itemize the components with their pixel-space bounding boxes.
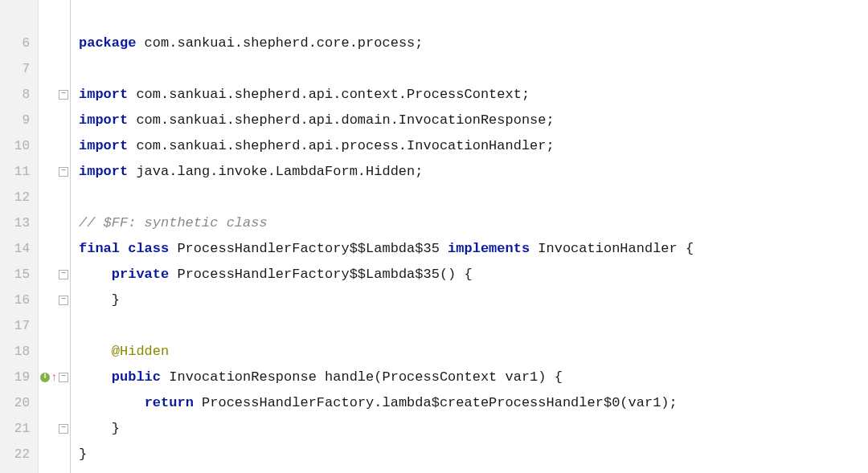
- line-number: 21: [0, 416, 38, 442]
- code-line[interactable]: package com.sankuai.shepherd.core.proces…: [79, 31, 868, 56]
- code-token: import: [79, 138, 128, 153]
- line-number: 14: [0, 236, 38, 262]
- code-token: }: [112, 421, 120, 436]
- line-number: 16: [0, 287, 38, 313]
- gutter-marker-row: [39, 339, 70, 365]
- line-number: 8: [0, 82, 38, 108]
- line-number-gutter: 67891011121314151617181920212223: [0, 0, 39, 473]
- line-number: 6: [0, 31, 38, 56]
- marker-gutter: ↑: [39, 0, 71, 473]
- gutter-marker-row: [39, 416, 70, 442]
- line-number: 19: [0, 365, 38, 390]
- line-number: 7: [0, 56, 38, 82]
- code-token: com.sankuai.shepherd.api.domain.Invocati…: [128, 112, 555, 128]
- fold-toggle-icon[interactable]: [59, 296, 68, 305]
- code-line[interactable]: import com.sankuai.shepherd.api.process.…: [79, 133, 868, 159]
- code-line[interactable]: [79, 313, 868, 339]
- code-line[interactable]: private ProcessHandlerFactory$$Lambda$35…: [79, 262, 868, 287]
- code-line[interactable]: }: [79, 442, 868, 467]
- code-token: import: [79, 164, 128, 179]
- code-token: import: [79, 87, 128, 102]
- gutter-marker-row: [39, 442, 70, 467]
- line-number: 23: [0, 467, 38, 473]
- gutter-marker-row: [39, 185, 70, 210]
- line-number: 17: [0, 313, 38, 339]
- override-up-arrow-icon[interactable]: ↑: [51, 373, 57, 382]
- line-number: 18: [0, 339, 38, 365]
- gutter-marker-row: [39, 31, 70, 56]
- code-token: @Hidden: [112, 344, 169, 359]
- code-token: java.lang.invoke.LambdaForm.Hidden;: [128, 164, 423, 179]
- code-line[interactable]: [79, 56, 868, 82]
- line-number: 13: [0, 210, 38, 236]
- code-token: }: [79, 446, 87, 462]
- code-token: import: [79, 112, 128, 128]
- fold-toggle-icon[interactable]: [59, 373, 68, 382]
- gutter-marker-row: [39, 210, 70, 236]
- fold-toggle-icon[interactable]: [59, 270, 68, 279]
- gutter-marker-row: [39, 133, 70, 159]
- fold-toggle-icon[interactable]: [59, 90, 68, 100]
- code-line[interactable]: [79, 185, 868, 210]
- line-number: 9: [0, 108, 38, 133]
- gutter-marker-row: [39, 159, 70, 185]
- code-token: package: [79, 35, 136, 51]
- fold-toggle-icon[interactable]: [59, 424, 68, 434]
- line-number: [0, 5, 38, 31]
- code-editor[interactable]: package com.sankuai.shepherd.core.proces…: [71, 0, 868, 473]
- gutter-marker-row: [39, 82, 70, 108]
- code-token: InvocationResponse handle(ProcessContext…: [161, 369, 563, 385]
- line-number: 10: [0, 133, 38, 159]
- line-number: 20: [0, 390, 38, 416]
- code-token: }: [112, 292, 120, 308]
- code-token: private: [112, 267, 169, 282]
- code-line[interactable]: import com.sankuai.shepherd.api.domain.I…: [79, 108, 868, 133]
- code-line[interactable]: // $FF: synthetic class: [79, 210, 868, 236]
- gutter-marker-row: [39, 390, 70, 416]
- code-line[interactable]: [79, 5, 868, 31]
- code-line[interactable]: }: [79, 287, 868, 313]
- gutter-marker-row: [39, 108, 70, 133]
- code-token: com.sankuai.shepherd.api.context.Process…: [128, 87, 530, 102]
- code-token: final class: [79, 241, 169, 256]
- code-line[interactable]: return ProcessHandlerFactory.lambda$crea…: [79, 390, 868, 416]
- line-number: 22: [0, 442, 38, 467]
- gutter-marker-row: [39, 313, 70, 339]
- code-line[interactable]: }: [79, 416, 868, 442]
- line-number: 11: [0, 159, 38, 185]
- code-token: public: [112, 369, 161, 385]
- fold-toggle-icon[interactable]: [59, 167, 68, 177]
- gutter-marker-row: [39, 236, 70, 262]
- line-number: 15: [0, 262, 38, 287]
- code-line[interactable]: import com.sankuai.shepherd.api.context.…: [79, 82, 868, 108]
- code-token: return: [145, 395, 194, 410]
- code-line[interactable]: [79, 467, 868, 473]
- code-token: ProcessHandlerFactory$$Lambda$35() {: [169, 267, 472, 282]
- gutter-marker-row: [39, 56, 70, 82]
- code-token: implements: [448, 241, 530, 256]
- code-line[interactable]: final class ProcessHandlerFactory$$Lambd…: [79, 236, 868, 262]
- code-token: // $FF: synthetic class: [79, 215, 268, 230]
- code-line[interactable]: @Hidden: [79, 339, 868, 365]
- code-line[interactable]: public InvocationResponse handle(Process…: [79, 365, 868, 390]
- code-token: com.sankuai.shepherd.api.process.Invocat…: [128, 138, 555, 153]
- implements-method-icon[interactable]: [40, 373, 50, 382]
- code-token: ProcessHandlerFactory.lambda$createProce…: [194, 395, 678, 410]
- code-token: ProcessHandlerFactory$$Lambda$35: [169, 241, 448, 256]
- gutter-marker-row: [39, 262, 70, 287]
- code-token: InvocationHandler {: [530, 241, 694, 256]
- line-number: 12: [0, 185, 38, 210]
- code-line[interactable]: import java.lang.invoke.LambdaForm.Hidde…: [79, 159, 868, 185]
- gutter-marker-row: ↑: [39, 365, 70, 390]
- gutter-marker-row: [39, 467, 70, 473]
- code-token: com.sankuai.shepherd.core.process;: [136, 35, 423, 51]
- gutter-marker-row: [39, 287, 70, 313]
- gutter-marker-row: [39, 5, 70, 31]
